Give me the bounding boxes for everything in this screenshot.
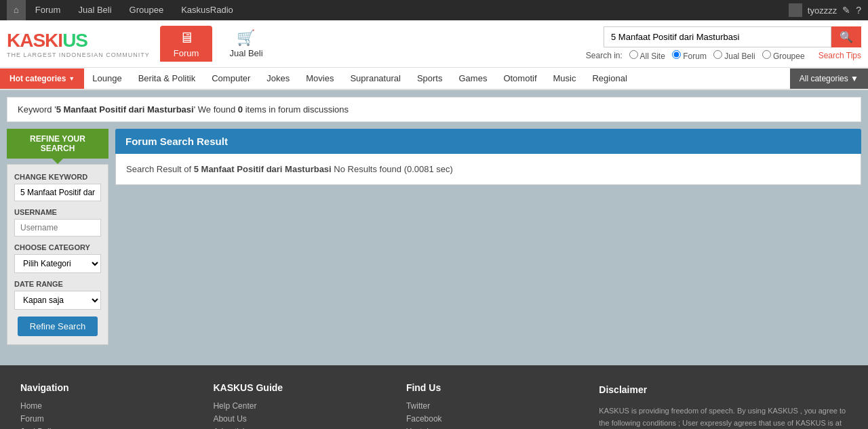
user-avatar xyxy=(789,3,802,17)
jualbeli-icon: 🛒 xyxy=(237,29,255,47)
footer-aboutus[interactable]: About Us xyxy=(213,414,378,424)
search-sidebar: REFINE YOUR SEARCH CHANGE KEYWORD USERNA… xyxy=(7,129,108,345)
forum-icon: 🖥 xyxy=(179,29,194,47)
keyword-field[interactable] xyxy=(14,184,101,201)
footer-navigation: Navigation Home Forum Jual Beli Groupee … xyxy=(20,382,186,429)
footer-disclaimer: Disclaimer KASKUS is providing freedom o… xyxy=(599,382,848,429)
search-tips-link[interactable]: Search Tips xyxy=(818,51,861,60)
nav-jualbeli[interactable]: Jual Beli xyxy=(70,0,119,20)
edit-icon[interactable]: ✎ xyxy=(842,5,850,16)
tab-jualbeli[interactable]: 🛒 Jual Beli xyxy=(216,26,276,62)
cat-otomotif[interactable]: Otomotif xyxy=(495,68,545,89)
search-jualbeli[interactable]: Jual Beli xyxy=(713,50,755,61)
footer-columns: Navigation Home Forum Jual Beli Groupee … xyxy=(20,382,848,429)
site-header: KASKIUS THE LARGEST INDONESIAN COMMUNITY… xyxy=(0,20,868,68)
cat-lounge[interactable]: Lounge xyxy=(84,68,130,89)
username-label: tyozzzz xyxy=(808,5,837,16)
footer-findus-title: Find Us xyxy=(406,382,572,393)
daterange-select[interactable]: Kapan saja Hari ini Minggu ini Bulan ini xyxy=(14,291,101,310)
search-bar: 🔍 xyxy=(604,26,861,47)
cat-supranatural[interactable]: Supranatural xyxy=(342,68,408,89)
footer-disclaimer-title: Disclaimer xyxy=(599,382,848,397)
cat-movies[interactable]: Movies xyxy=(298,68,342,89)
site-footer: Navigation Home Forum Jual Beli Groupee … xyxy=(0,365,868,429)
nav-forum[interactable]: Forum xyxy=(27,0,69,20)
tab-forum[interactable]: 🖥 Forum xyxy=(160,26,213,62)
cat-berita[interactable]: Berita & Politik xyxy=(130,68,204,89)
tab-jualbeli-label: Jual Beli xyxy=(229,48,262,58)
refine-header: REFINE YOUR SEARCH xyxy=(7,129,108,159)
username-group: USERNAME xyxy=(14,208,101,237)
keyword-group: CHANGE KEYWORD xyxy=(14,173,101,201)
footer-disclaimer-text: KASKUS is providing freedom of speech. B… xyxy=(599,405,848,429)
sidebar-form: CHANGE KEYWORD USERNAME CHOOSE CATEGORY … xyxy=(7,164,108,345)
keyword-bar: Keyword '5 Manfaat Positif dari Masturba… xyxy=(7,97,861,122)
footer-facebook[interactable]: Facebook xyxy=(406,414,572,424)
cat-games[interactable]: Games xyxy=(450,68,495,89)
results-keyword: 5 Manfaat Positif dari Masturbasi xyxy=(194,164,332,174)
footer-home[interactable]: Home xyxy=(20,401,186,411)
results-body: Search Result of 5 Manfaat Positif dari … xyxy=(115,154,861,185)
header-tabs: 🖥 Forum 🛒 Jual Beli xyxy=(160,26,277,62)
results-prefix: Search Result of xyxy=(126,164,194,174)
hot-categories-btn[interactable]: Hot categories xyxy=(0,68,84,89)
search-allsite[interactable]: All Site xyxy=(629,50,665,61)
search-area: 🔍 Search in: All Site Forum Jual Beli Gr… xyxy=(287,26,861,61)
tab-forum-label: Forum xyxy=(174,48,199,58)
site-logo[interactable]: KASKIUS xyxy=(7,30,150,52)
keyword-postfix: items in forum discussions xyxy=(243,104,349,115)
refine-search-button[interactable]: Refine Search xyxy=(18,316,98,336)
cat-regional[interactable]: Regional xyxy=(584,68,635,89)
keyword-suffix: ' We found xyxy=(194,104,238,115)
all-categories-btn[interactable]: All categories ▼ xyxy=(790,68,868,89)
daterange-group: DATE RANGE Kapan saja Hari ini Minggu in… xyxy=(14,280,101,310)
results-header: Forum Search Result xyxy=(115,129,861,154)
home-link[interactable]: ⌂ xyxy=(7,0,26,20)
category-label: CHOOSE CATEGORY xyxy=(14,243,101,251)
category-group: CHOOSE CATEGORY Pilih Kategori xyxy=(14,243,101,273)
category-select[interactable]: Pilih Kategori xyxy=(14,254,101,273)
help-icon[interactable]: ? xyxy=(856,5,861,16)
username-label: USERNAME xyxy=(14,208,101,216)
cat-sports[interactable]: Sports xyxy=(409,68,451,89)
top-navbar: ⌂ Forum Jual Beli Groupee KaskusRadio ty… xyxy=(0,0,868,20)
main-content: REFINE YOUR SEARCH CHANGE KEYWORD USERNA… xyxy=(0,122,868,352)
footer-help[interactable]: Help Center xyxy=(213,401,378,411)
keyword-value: 5 Manfaat Positif dari Masturbasi xyxy=(56,104,194,115)
nav-groupee[interactable]: Groupee xyxy=(121,0,172,20)
keyword-label: CHANGE KEYWORD xyxy=(14,173,101,181)
search-groupee[interactable]: Groupee xyxy=(762,50,805,61)
footer-nav-title: Navigation xyxy=(20,382,186,393)
footer-forum[interactable]: Forum xyxy=(20,414,186,424)
top-nav-right: tyozzzz ✎ ? xyxy=(789,3,861,17)
logo-tagline: THE LARGEST INDONESIAN COMMUNITY xyxy=(7,52,150,58)
search-button[interactable]: 🔍 xyxy=(831,26,861,47)
search-options: Search in: All Site Forum Jual Beli Grou… xyxy=(586,50,861,61)
top-nav-left: ⌂ Forum Jual Beli Groupee KaskusRadio xyxy=(7,0,241,20)
results-area: Forum Search Result Search Result of 5 M… xyxy=(115,129,861,345)
search-forum[interactable]: Forum xyxy=(672,50,707,61)
cat-music[interactable]: Music xyxy=(545,68,585,89)
username-field[interactable] xyxy=(14,219,101,237)
footer-twitter[interactable]: Twitter xyxy=(406,401,572,411)
nav-kaskusradio[interactable]: KaskusRadio xyxy=(173,0,241,20)
category-navbar: Hot categories Lounge Berita & Politik C… xyxy=(0,68,868,90)
results-suffix: No Results found (0.0081 sec) xyxy=(332,164,453,174)
cat-computer[interactable]: Computer xyxy=(203,68,258,89)
footer-guide: KASKUS Guide Help Center About Us Advert… xyxy=(213,382,378,429)
cat-jokes[interactable]: Jokes xyxy=(258,68,298,89)
keyword-prefix: Keyword ' xyxy=(18,104,56,115)
footer-findus: Find Us Twitter Facebook Youtube Google+ xyxy=(406,382,572,429)
logo-area: KASKIUS THE LARGEST INDONESIAN COMMUNITY xyxy=(7,30,150,58)
daterange-label: DATE RANGE xyxy=(14,280,101,288)
keyword-count: 0 xyxy=(238,104,243,115)
all-cats-label: All categories xyxy=(800,74,848,83)
footer-guide-title: KASKUS Guide xyxy=(213,382,378,393)
search-input[interactable] xyxy=(604,26,831,47)
search-in-label: Search in: xyxy=(586,51,623,60)
